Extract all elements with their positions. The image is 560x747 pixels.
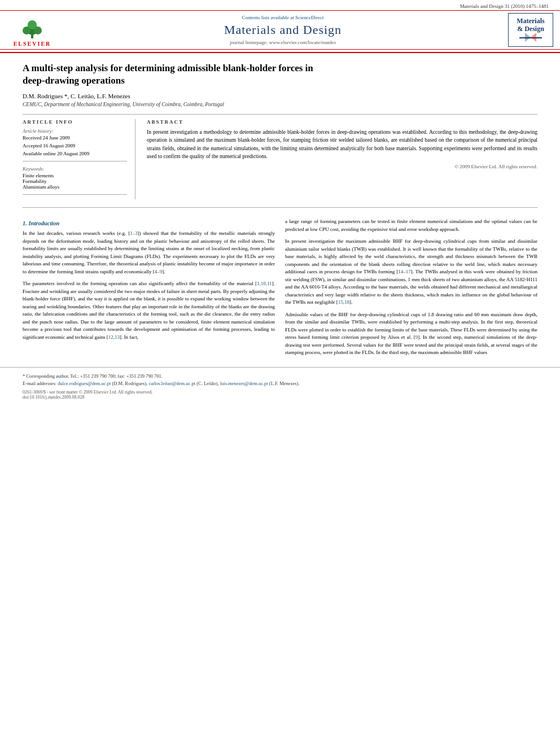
article-info-left: ARTICLE INFO Article history: Received 2… [23, 119, 135, 199]
keyword-1: Finite elements [23, 173, 127, 178]
keyword-2: Formability [23, 178, 127, 184]
elsevier-label: ELSEVIER [14, 41, 51, 47]
body-columns: 1. Introduction In the last decades, var… [0, 218, 560, 361]
article-authors: D.M. Rodrigues *, C. Leitão, L.F. Meneze… [23, 93, 537, 99]
article-info-row: ARTICLE INFO Article history: Received 2… [23, 119, 537, 199]
body-right: a large range of forming parameters can … [285, 218, 537, 361]
journal-citation: Materials and Design 31 (2010) 1475–1481 [460, 3, 549, 9]
logo-right-title: Materials & Design [517, 17, 544, 33]
email-2: carlos.leitao@dem.uc.pt [148, 381, 195, 386]
section1-right-paragraph1: a large range of forming parameters can … [285, 218, 537, 233]
article-abstract: ABSTRACT In present investigation a meth… [147, 119, 537, 199]
journal-banner: ELSEVIER Contents lists available at Sci… [0, 10, 560, 50]
journal-meta: Materials and Design 31 (2010) 1475–1481 [0, 0, 560, 10]
email-3: luis.menezes@dem.uc.pt [220, 381, 268, 386]
body-left: 1. Introduction In the last decades, var… [23, 218, 275, 361]
accepted-date: Accepted 16 August 2009 [23, 143, 127, 148]
keyword-3: Aluminium alloys [23, 184, 127, 190]
journal-homepage: journal homepage: www.elsevier.com/locat… [69, 40, 497, 45]
section1-right-paragraph2: In present investigation the maximum adm… [285, 238, 537, 307]
article-info-heading: ARTICLE INFO [23, 119, 127, 125]
footer-area: * Corresponding author. Tel.: +351 239 7… [0, 367, 560, 402]
journal-logo-right: Materials & Design [508, 13, 553, 47]
issn-info: 0261-3069/$ - see front matter © 2009 El… [23, 390, 152, 400]
article-content: A multi-step analysis for determining ad… [0, 53, 560, 218]
section1-paragraph2: The parameters involved in the forming o… [23, 280, 275, 341]
journal-center: Contents lists available at ScienceDirec… [58, 15, 508, 45]
svg-point-4 [28, 20, 37, 29]
divider-2 [23, 161, 127, 161]
available-online-date: Available online 20 August 2009 [23, 151, 127, 156]
footer-bottom: 0261-3069/$ - see front matter © 2009 El… [23, 390, 537, 400]
email-addresses-note: E-mail addresses: dulce.rodrigues@dem.uc… [23, 381, 537, 386]
svg-marker-6 [525, 33, 531, 42]
section1-heading: 1. Introduction [23, 220, 275, 226]
corresponding-author-note: * Corresponding author. Tel.: +351 239 7… [23, 373, 537, 379]
page: Materials and Design 31 (2010) 1475–1481… [0, 0, 560, 747]
article-affiliation: CEMUC, Department of Mechanical Engineer… [23, 102, 537, 107]
keywords-label: Keywords: [23, 166, 127, 172]
divider-4 [23, 207, 537, 208]
email-1: dulce.rodrigues@dem.uc.pt [58, 381, 111, 386]
elsevier-tree-icon [18, 18, 46, 40]
divider-3 [23, 194, 127, 195]
divider-1 [23, 114, 537, 115]
sciencedirect-name: ScienceDirect [295, 15, 323, 20]
article-history-label: Article history: [23, 128, 127, 134]
svg-marker-7 [531, 33, 536, 42]
abstract-heading: ABSTRACT [147, 119, 537, 125]
logo-decoration-icon [519, 33, 542, 43]
svg-rect-5 [519, 37, 542, 38]
abstract-text: In present investigation a methodology t… [147, 128, 537, 160]
abstract-copyright: © 2009 Elsevier Ltd. All rights reserved… [147, 164, 537, 169]
section1-paragraph1: In the last decades, various research wo… [23, 230, 275, 276]
section1-right-paragraph3: Admissible values of the BHF for deep-dr… [285, 311, 537, 357]
journal-header: Materials and Design 31 (2010) 1475–1481… [0, 0, 560, 53]
article-title: A multi-step analysis for determining ad… [23, 62, 537, 87]
journal-title: Materials and Design [69, 23, 497, 37]
sciencedirect-link: Contents lists available at ScienceDirec… [69, 15, 497, 20]
elsevier-logo: ELSEVIER [7, 13, 58, 47]
received-date: Received 24 June 2009 [23, 135, 127, 141]
